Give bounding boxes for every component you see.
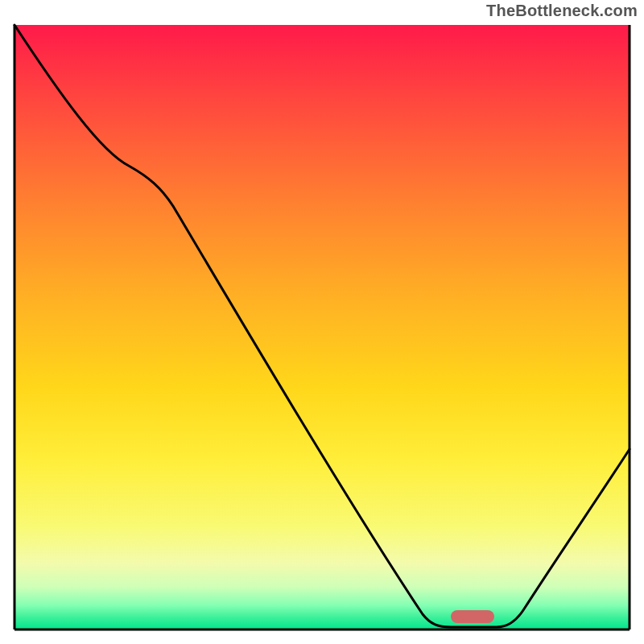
- chart-root: TheBottleneck.com: [0, 0, 644, 644]
- plot-area: [12, 23, 632, 632]
- gradient-background: [14, 25, 630, 630]
- optimal-marker: [451, 610, 494, 623]
- watermark-text: TheBottleneck.com: [486, 2, 638, 20]
